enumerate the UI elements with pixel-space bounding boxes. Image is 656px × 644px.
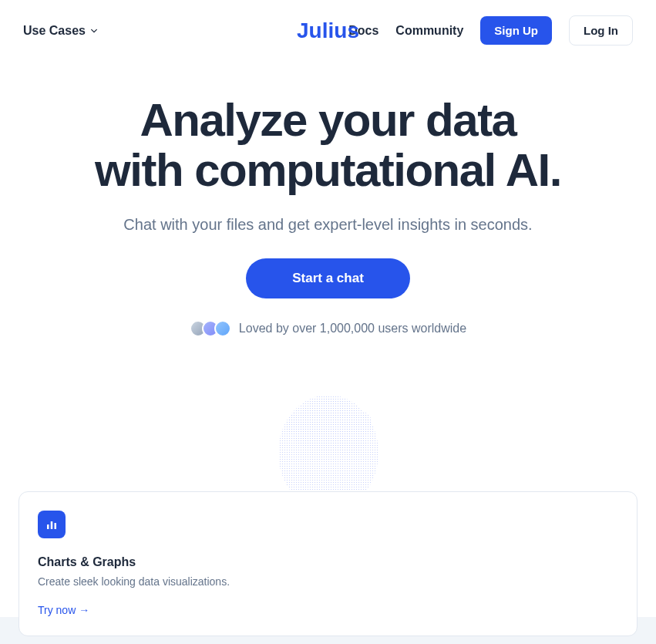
svg-rect-3 xyxy=(51,521,53,529)
chevron-down-icon xyxy=(90,27,98,35)
hero-section: Analyze your data with computational AI.… xyxy=(0,61,656,368)
try-now-link[interactable]: Try now → xyxy=(38,604,89,616)
hero-title-line1: Analyze your data xyxy=(140,94,516,146)
card-title: Charts & Graphs xyxy=(38,555,618,569)
avatar-group xyxy=(190,320,231,337)
svg-rect-2 xyxy=(47,524,49,529)
header-left: Use Cases xyxy=(23,24,98,38)
signup-button[interactable]: Sign Up xyxy=(480,16,552,45)
bust-illustration xyxy=(251,391,405,491)
use-cases-dropdown[interactable]: Use Cases xyxy=(23,24,98,38)
hero-subtitle: Chat with your files and get expert-leve… xyxy=(23,216,633,234)
start-chat-button[interactable]: Start a chat xyxy=(246,258,410,298)
social-proof-text: Loved by over 1,000,000 users worldwide xyxy=(239,322,466,335)
avatar xyxy=(214,320,231,337)
hero-title: Analyze your data with computational AI. xyxy=(23,96,633,196)
decorative-bust-wrap xyxy=(0,391,656,491)
logo[interactable]: Julius xyxy=(297,19,359,43)
card-description: Create sleek looking data visualizations… xyxy=(38,575,618,588)
site-header: Use Cases Julius Docs Community Sign Up … xyxy=(0,0,656,61)
feature-card-charts: Charts & Graphs Create sleek looking dat… xyxy=(19,491,637,636)
chart-icon xyxy=(38,511,66,538)
login-button[interactable]: Log In xyxy=(569,15,633,46)
header-right: Docs Community Sign Up Log In xyxy=(348,15,633,46)
social-proof: Loved by over 1,000,000 users worldwide xyxy=(23,320,633,337)
nav-community[interactable]: Community xyxy=(395,24,463,38)
svg-rect-4 xyxy=(55,523,57,529)
hero-title-line2: with computational AI. xyxy=(95,144,561,196)
use-cases-label: Use Cases xyxy=(23,24,86,38)
